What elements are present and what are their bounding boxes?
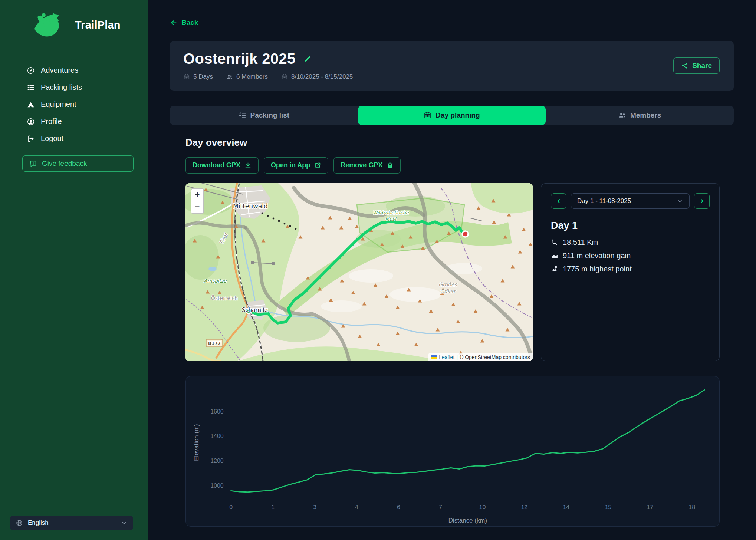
ukraine-flag-icon [431,355,437,359]
map-attribution: Leaflet | © OpenStreetMap contributors [428,353,533,361]
highest-point-value: 1775 m highest point [563,265,632,273]
day-stats: 18.511 Km 911 m elevation gain 1775 m hi… [551,238,710,273]
x-tick-label: 6 [397,504,400,510]
x-tick-label: 3 [313,504,316,510]
map-zoom-control: + − [191,188,204,214]
y-tick-label: 1400 [210,433,224,439]
attribution-separator: | [456,354,458,360]
open-in-app-label: Open in App [271,161,310,169]
x-tick-label: 12 [521,504,528,510]
chevron-down-icon [121,520,128,526]
map-label-arnspitze: Arnspitze [204,278,227,284]
highest-point-stat: 1775 m highest point [551,265,710,273]
main-content: Back Oostenrijk 2025 5 Days 6 Members 8/… [148,0,756,540]
tab-day-planning[interactable]: Day planning [358,106,546,125]
sidebar-item-packing-lists[interactable]: Packing lists [27,83,148,92]
leaflet-link[interactable]: Leaflet [439,354,454,360]
give-feedback-button[interactable]: Give feedback [22,155,134,172]
x-axis-label: Distance (km) [448,517,487,524]
users-icon [226,73,233,80]
x-tick-label: 14 [563,504,569,510]
app-title: TrailPlan [75,19,121,31]
sidebar-item-logout[interactable]: Logout [27,134,148,143]
route-icon [551,238,558,246]
dates-text: 8/10/2025 - 8/15/2025 [291,73,353,80]
zoom-in-button[interactable]: + [191,189,203,201]
map-label-mittenwald: Mittenwald [233,202,268,210]
sidebar-item-equipment[interactable]: Equipment [27,100,148,109]
sidebar-item-label: Equipment [41,100,76,109]
logout-icon [27,135,35,143]
share-button[interactable]: Share [673,57,720,74]
language-value: English [28,519,49,527]
y-tick-label: 1000 [210,482,224,488]
map-label-scharnitz: Scharnitz [242,307,268,313]
pencil-icon [303,55,312,63]
sidebar-item-label: Adventures [41,66,78,75]
tab-bar: Packing list Day planning Members [170,106,734,125]
adventure-meta: 5 Days 6 Members 8/10/2025 - 8/15/2025 [183,73,720,80]
x-tick-label: 10 [479,504,486,510]
compass-icon [27,66,35,75]
duration-text: 5 Days [193,73,213,80]
language-select[interactable]: English [10,516,133,530]
sidebar-item-profile[interactable]: Profile [27,117,148,126]
users-icon [618,111,626,119]
arrow-left-icon [170,19,178,27]
share-icon [681,62,688,69]
list-icon [27,83,35,92]
calendar-icon [281,73,288,80]
sidebar-nav: Adventures Packing lists Equipment Profi… [27,66,148,143]
download-icon [244,162,252,169]
remove-gpx-label: Remove GPX [341,161,382,169]
remove-gpx-button[interactable]: Remove GPX [333,157,401,174]
map-canvas: Mittenwald Scharnitz Tirol Österreich Ar… [185,183,533,361]
trash-icon [387,162,394,169]
elevation-gain-stat: 911 m elevation gain [551,251,710,260]
route-map[interactable]: Mittenwald Scharnitz Tirol Österreich Ar… [185,183,533,361]
tab-label: Packing list [250,111,290,119]
feedback-bubble-icon [29,160,37,168]
elevation-gain-icon [551,252,558,259]
sidebar-item-adventures[interactable]: Adventures [27,66,148,75]
x-tick-label: 15 [605,504,611,510]
sidebar-item-label: Profile [41,117,62,126]
map-label-grosses: Großes [438,281,457,287]
edit-title-button[interactable] [303,55,312,63]
tab-label: Day planning [435,111,480,119]
brand[interactable]: TrailPlan [32,10,148,40]
dates-meta: 8/10/2025 - 8/15/2025 [281,73,353,80]
open-in-app-button[interactable]: Open in App [264,157,328,174]
osm-attribution[interactable]: © OpenStreetMap contributors [460,354,530,360]
road-badge: B177 [206,339,223,347]
page-title: Oostenrijk 2025 [183,50,295,67]
x-tick-label: 18 [688,504,695,510]
tent-icon [27,101,35,109]
route-end-marker [462,231,468,237]
back-link[interactable]: Back [170,19,198,27]
x-tick-label: 17 [647,504,653,510]
checklist-icon [239,111,246,119]
zoom-out-button[interactable]: − [191,201,203,213]
next-day-button[interactable] [694,193,710,209]
tab-label: Members [630,111,661,119]
map-label-moesl: Mösl [385,216,397,222]
day-select[interactable]: Day 1 - 11-08-2025 [571,193,690,209]
day-planning-content: Day overview Download GPX Open in App Re… [170,137,734,527]
download-gpx-label: Download GPX [193,161,240,169]
chevron-down-icon [676,197,683,204]
highest-point-icon [551,265,558,273]
x-tick-label: 4 [355,504,358,510]
day-detail-panel: Day 1 - 11-08-2025 Day 1 [541,183,720,361]
download-gpx-button[interactable]: Download GPX [185,157,259,174]
trailplan-logo-icon [32,10,65,40]
previous-day-button[interactable] [551,193,566,209]
tab-members[interactable]: Members [546,106,734,125]
map-label-wildruheflache: Wildruheflache [372,210,409,215]
gpx-actions: Download GPX Open in App Remove GPX [185,157,720,174]
day-navigation: Day 1 - 11-08-2025 [551,193,710,209]
sidebar-item-label: Logout [41,134,63,143]
road-ref-label: B177 [208,341,221,346]
x-tick-label: 0 [229,504,233,510]
tab-packing-list[interactable]: Packing list [170,106,358,125]
